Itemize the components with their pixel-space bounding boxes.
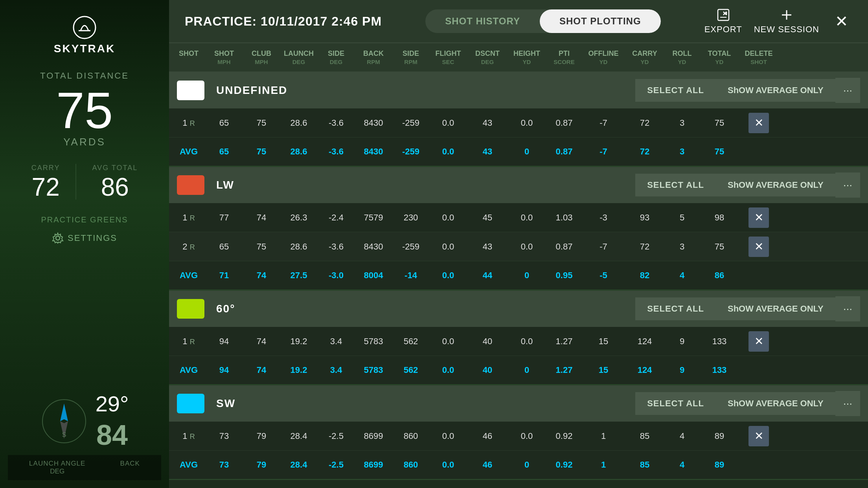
skytrak-logo-icon — [73, 16, 96, 39]
new-session-button[interactable]: NEW SESSION — [754, 8, 819, 35]
avg-roll-yd: 9 — [664, 361, 700, 379]
pti-cell: 1.03 — [546, 209, 582, 227]
dscnt-deg-cell: 46 — [468, 427, 507, 445]
main-content: PRACTICE: 10/11/2017 2:46 PM SHOT HISTOR… — [169, 0, 868, 488]
export-button[interactable]: EXPORT — [704, 8, 742, 35]
avg-total-yd: 86 — [700, 266, 739, 284]
club-controls: SELECT ALL ShOW AVERAGE ONLY ··· — [635, 296, 860, 321]
shot-number: 1 R — [173, 332, 204, 350]
delete-cell: ✕ — [739, 422, 778, 450]
club-controls: SELECT ALL ShOW AVERAGE ONLY ··· — [635, 78, 860, 103]
launch-deg-cell: 26.3 — [279, 209, 318, 227]
avg-back-rpm: 8699 — [354, 456, 393, 474]
col-side-rpm: SIDE RPM — [393, 43, 428, 72]
roll-yd-cell: 3 — [664, 238, 700, 256]
shot-number: 1 R — [173, 209, 204, 227]
avg-flight-sec: 0.0 — [428, 361, 468, 379]
delete-shot-button[interactable]: ✕ — [748, 207, 769, 228]
show-average-button[interactable]: ShOW AVERAGE ONLY — [716, 174, 835, 196]
carry-yd-cell: 124 — [625, 332, 664, 350]
carry-yd-cell: 93 — [625, 209, 664, 227]
avg-dscnt-deg: 44 — [468, 266, 507, 284]
total-distance-value: 75 — [56, 85, 113, 136]
avg-carry-yd: 72 — [625, 143, 664, 161]
dscnt-deg-cell: 40 — [468, 332, 507, 350]
total-yd-cell: 75 — [700, 238, 739, 256]
weather-widget: S 29° 84 — [8, 391, 161, 451]
launch-deg-cell: 28.4 — [279, 427, 318, 445]
back-rpm-cell: 8430 — [354, 238, 393, 256]
table-row: 1 R 73 79 28.4 -2.5 8699 860 0.0 46 0.0 … — [169, 422, 868, 451]
club-more-button[interactable]: ··· — [835, 78, 860, 103]
avg-shot-mph: 71 — [204, 266, 244, 284]
avg-height-yd: 0 — [507, 456, 546, 474]
practice-greens-label: PRACTICE GREENS — [41, 215, 128, 224]
height-yd-cell: 0.0 — [507, 209, 546, 227]
delete-shot-button[interactable]: ✕ — [748, 426, 769, 446]
close-button[interactable]: ✕ — [831, 12, 852, 30]
avg-club-mph: 79 — [244, 456, 279, 474]
avg-delete-placeholder — [739, 366, 778, 374]
club-more-button[interactable]: ··· — [835, 296, 860, 321]
stats-row: CARRY 72 AVG TOTAL 86 — [31, 164, 138, 200]
avg-club-mph: 75 — [244, 143, 279, 161]
settings-button[interactable]: SETTINGS — [52, 232, 117, 244]
svg-point-0 — [74, 17, 96, 39]
avg-total-label: AVG TOTAL — [92, 164, 138, 172]
avg-delete-placeholder — [739, 148, 778, 156]
settings-label: SETTINGS — [68, 233, 117, 243]
club-mph-cell: 74 — [244, 209, 279, 227]
avg-shot-mph: 94 — [204, 361, 244, 379]
select-all-button[interactable]: SELECT ALL — [635, 79, 716, 102]
flight-sec-cell: 0.0 — [428, 238, 468, 256]
club-more-button[interactable]: ··· — [835, 172, 860, 198]
side-deg-cell: -2.5 — [318, 427, 354, 445]
carry-yd-cell: 72 — [625, 238, 664, 256]
delete-shot-button[interactable]: ✕ — [748, 331, 769, 352]
avg-pti: 0.87 — [546, 143, 582, 161]
avg-roll-yd: 4 — [664, 266, 700, 284]
flight-sec-cell: 0.0 — [428, 114, 468, 132]
show-average-button[interactable]: ShOW AVERAGE ONLY — [716, 79, 835, 102]
header-actions: EXPORT NEW SESSION ✕ — [704, 8, 852, 35]
offline-yd-cell: -7 — [582, 238, 625, 256]
avg-pti: 1.27 — [546, 361, 582, 379]
club-section-undefined: UNDEFINED SELECT ALL ShOW AVERAGE ONLY ·… — [169, 72, 868, 167]
avg-row: AVG 73 79 28.4 -2.5 8699 860 0.0 46 0 0.… — [169, 451, 868, 480]
show-average-button[interactable]: ShOW AVERAGE ONLY — [716, 392, 835, 415]
flight-sec-cell: 0.0 — [428, 332, 468, 350]
avg-total-yd: 133 — [700, 361, 739, 379]
avg-carry-yd: 82 — [625, 266, 664, 284]
side-rpm-cell: 562 — [393, 332, 428, 350]
logo-text: SKYTRAK — [54, 42, 115, 55]
select-all-button[interactable]: SELECT ALL — [635, 392, 716, 415]
club-name: UNDEFINED — [216, 84, 627, 97]
shot-history-tab[interactable]: SHOT HISTORY — [425, 9, 540, 33]
delete-shot-button[interactable]: ✕ — [748, 237, 769, 257]
carry-value: 72 — [32, 174, 60, 200]
roll-yd-cell: 9 — [664, 332, 700, 350]
select-all-button[interactable]: SELECT ALL — [635, 297, 716, 320]
practice-title: PRACTICE: 10/11/2017 2:46 PM — [185, 14, 382, 29]
offline-yd-cell: -3 — [582, 209, 625, 227]
compass-widget: S — [40, 398, 88, 445]
club-more-button[interactable]: ··· — [835, 391, 860, 416]
total-yd-cell: 98 — [700, 209, 739, 227]
height-yd-cell: 0.0 — [507, 114, 546, 132]
avg-flight-sec: 0.0 — [428, 143, 468, 161]
show-average-button[interactable]: ShOW AVERAGE ONLY — [716, 297, 835, 320]
side-rpm-cell: -259 — [393, 114, 428, 132]
select-all-button[interactable]: SELECT ALL — [635, 174, 716, 196]
shot-plotting-tab[interactable]: SHOT PLOTTING — [540, 9, 661, 33]
club-controls: SELECT ALL ShOW AVERAGE ONLY ··· — [635, 172, 860, 198]
delete-shot-button[interactable]: ✕ — [748, 113, 769, 133]
total-yd-cell: 89 — [700, 427, 739, 445]
side-rpm-cell: -259 — [393, 238, 428, 256]
compass-icon: S — [40, 398, 88, 445]
avg-delete-placeholder — [739, 272, 778, 279]
delete-cell: ✕ — [739, 327, 778, 356]
avg-offline-yd: 15 — [582, 361, 625, 379]
table-row: 1 R 65 75 28.6 -3.6 8430 -259 0.0 43 0.0… — [169, 108, 868, 138]
total-yd-cell: 133 — [700, 332, 739, 350]
col-launch-deg: LAUNCH DEG — [279, 43, 318, 72]
